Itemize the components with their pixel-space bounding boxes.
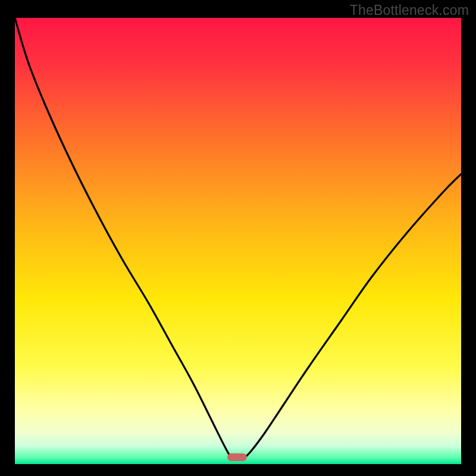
chart-frame: TheBottleneck.com <box>0 0 476 476</box>
watermark-text: TheBottleneck.com <box>350 2 469 18</box>
optimum-marker <box>227 453 247 461</box>
plot-area <box>15 18 461 464</box>
bottleneck-curve <box>15 18 461 464</box>
